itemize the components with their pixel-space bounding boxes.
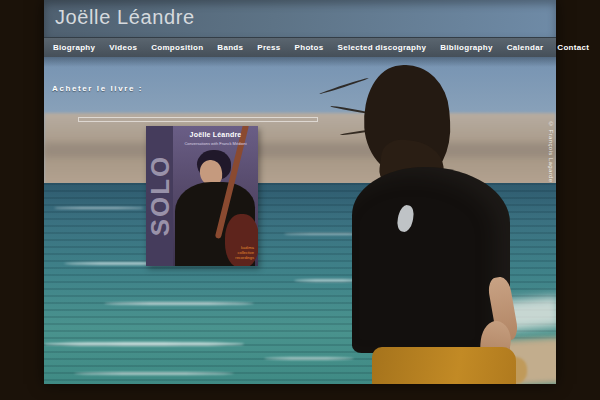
wave-foam xyxy=(54,207,144,209)
page-frame: Joëlle Léandre Biography Videos Composit… xyxy=(0,0,600,400)
book-publisher-line: recordings xyxy=(235,255,254,260)
buy-book-label: Acheter le livre : xyxy=(52,84,143,93)
nav-item-selected-discography[interactable]: Selected discography xyxy=(331,43,434,52)
main-nav: Biography Videos Composition Bands Press… xyxy=(44,37,556,57)
nav-item-bibliography[interactable]: Bibliography xyxy=(433,43,500,52)
nav-item-photos[interactable]: Photos xyxy=(288,43,331,52)
book-publisher: kadima collective recordings xyxy=(235,245,254,260)
nav-item-composition[interactable]: Composition xyxy=(144,43,210,52)
site-title: Joëlle Léandre xyxy=(55,6,195,29)
wave-foam xyxy=(104,302,254,305)
book-cover-photo: Joëlle Léandre Conversations with Franck… xyxy=(173,126,258,266)
photo-credit: © François Lagarde xyxy=(548,121,554,191)
nav-item-press[interactable]: Press xyxy=(250,43,287,52)
wave-foam xyxy=(74,372,234,375)
wave-foam xyxy=(264,357,354,360)
site-header: Joëlle Léandre xyxy=(44,0,556,37)
site-content: Joëlle Léandre Biography Videos Composit… xyxy=(44,0,556,384)
nav-item-contact[interactable]: Contact xyxy=(550,43,596,52)
mountain-ridge xyxy=(44,143,556,157)
photo-top-shadow xyxy=(44,57,556,67)
book-cover-link[interactable]: SOLO Joëlle Léandre Conversations with F… xyxy=(146,126,258,266)
wave-foam xyxy=(44,342,244,346)
nav-item-bands[interactable]: Bands xyxy=(210,43,250,52)
nav-item-videos[interactable]: Videos xyxy=(102,43,144,52)
book-cover-side-strip: SOLO xyxy=(146,126,173,266)
nav-item-calendar[interactable]: Calendar xyxy=(500,43,551,52)
book-subtitle: Conversations with Franck Médioni xyxy=(173,141,258,146)
hero-photo: Acheter le livre : © François Lagarde SO… xyxy=(44,57,556,384)
nav-item-biography[interactable]: Biography xyxy=(46,43,102,52)
book-title: Joëlle Léandre xyxy=(173,131,258,138)
nav-item-links[interactable]: Links xyxy=(596,43,600,52)
divider-box xyxy=(78,117,318,122)
book-side-title: SOLO xyxy=(147,126,174,266)
hair-strand xyxy=(319,77,369,95)
woman-pants xyxy=(372,347,516,384)
